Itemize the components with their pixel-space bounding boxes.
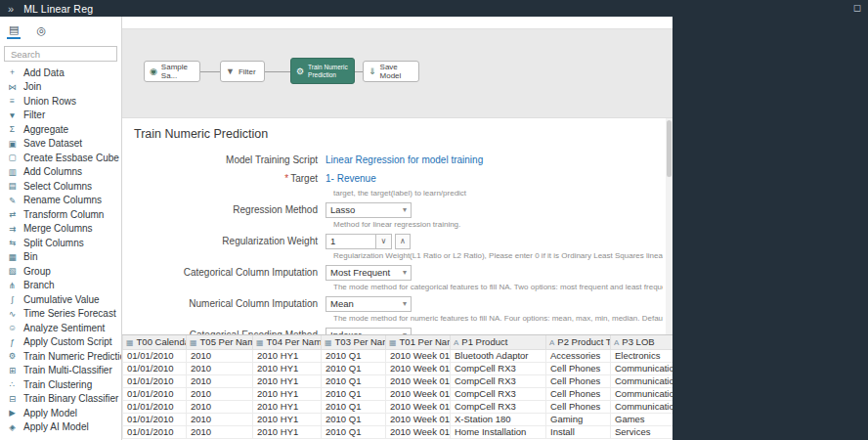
sidebar-item-label: Aggregate — [23, 124, 68, 135]
numerical-column-imputation-select[interactable]: Mean ▾ — [326, 296, 412, 312]
sidebar-item-label: Create Essbase Cube — [23, 153, 119, 163]
preview-tab[interactable]: ◎ — [34, 22, 48, 38]
scrollbar-thumb[interactable] — [667, 120, 672, 177]
sidebar-item[interactable]: ▶ Apply Model — [0, 406, 121, 420]
column-type-icon: ▦ — [126, 338, 134, 347]
sidebar-item[interactable]: ≡ Union Rows — [0, 94, 121, 109]
column-header[interactable]: AP3 LOB — [611, 335, 673, 349]
regularization-weight-input[interactable] — [326, 234, 376, 249]
table-cell: 2010 Q1 — [322, 374, 386, 387]
sidebar-item[interactable]: ⋔ Branch — [0, 279, 121, 293]
table-cell: Services — [611, 425, 673, 438]
spinner-up-button[interactable]: ∧ — [395, 234, 411, 249]
column-type-icon: A — [549, 338, 554, 347]
sidebar-item-icon: ✎ — [7, 196, 18, 205]
table-cell: 2010 HY1 — [253, 387, 322, 400]
regression-method-select[interactable]: Lasso ▾ — [326, 202, 412, 218]
settings-form: Model Training Script Linear Regression … — [122, 152, 663, 334]
window-icon[interactable]: ◻ — [853, 2, 861, 13]
model-training-script-link[interactable]: Linear Regression for model training — [326, 154, 483, 165]
sidebar-item[interactable]: ▧ Group — [0, 264, 121, 279]
outside-window-area — [673, 17, 868, 440]
sidebar-item[interactable]: ▣ Save Dataset — [0, 137, 121, 152]
app-header: » ML Linear Reg ◻ — [0, 0, 868, 17]
table-row: 01/01/2010 2010 2010 HY1 2010 Q1 2010 We… — [123, 374, 673, 387]
table-cell: Accessories — [546, 349, 611, 362]
required-marker: * — [284, 173, 288, 184]
categorical-encoding-method-select[interactable]: Indexer ▾ — [326, 328, 412, 335]
node-train-numeric-prediction[interactable]: ⚙ Train Numeric Prediction — [290, 58, 355, 84]
table-cell: CompCell RX3 — [451, 400, 546, 413]
sidebar-item[interactable]: ƒ Apply Custom Script — [0, 335, 121, 350]
table-cell: CompCell RX3 — [451, 374, 546, 387]
select-value: Lasso — [330, 204, 355, 215]
sidebar-item-icon: ⋔ — [7, 281, 18, 290]
column-header-label: P3 LOB — [622, 336, 654, 347]
table-cell: 2010 HY1 — [253, 413, 322, 425]
sidebar-item[interactable]: ☺ Analyze Sentiment — [0, 321, 121, 335]
field-target: *Target 1- Revenue — [122, 170, 663, 187]
table-cell: CompCell RX3 — [451, 387, 546, 400]
node-save-model[interactable]: ⇓ Save Model — [363, 61, 419, 82]
sidebar-item[interactable]: ⋈ Join — [0, 80, 121, 95]
column-header-label: T03 Per Nam... — [335, 336, 386, 347]
sidebar-item[interactable]: ∴ Train Clustering — [0, 377, 121, 392]
sidebar-item-icon: ⊟ — [7, 394, 18, 404]
table-cell: 2010 — [187, 387, 253, 400]
table-cell: 2010 HY1 — [253, 400, 322, 413]
sidebar-item[interactable]: Σ Aggregate — [0, 122, 121, 137]
sidebar-item[interactable]: ▦ Bin — [0, 250, 121, 265]
sidebar-item[interactable]: ⇆ Split Columns — [0, 236, 121, 250]
field-label: Model Training Script — [122, 154, 326, 165]
sidebar-item[interactable]: + Add Data — [0, 66, 121, 80]
table-cell: Gaming — [546, 413, 611, 425]
target-value-link[interactable]: 1- Revenue — [326, 173, 376, 184]
column-header[interactable]: ▦T03 Per Nam... — [322, 335, 386, 349]
regularization-weight-spinner: ∨ ∧ — [326, 234, 411, 249]
table-cell: 2010 Q1 — [322, 413, 386, 425]
filter-icon: ▼ — [226, 66, 235, 76]
spinner-down-button[interactable]: ∨ — [376, 234, 392, 249]
chevron-down-icon: ▾ — [403, 268, 407, 277]
sidebar-item-label: Apply Custom Script — [23, 336, 112, 347]
sidebar-item-label: Save Dataset — [23, 138, 82, 149]
column-header[interactable]: AP1 Product — [451, 335, 546, 349]
column-header[interactable]: AP2 Product T... — [546, 335, 611, 349]
chevron-down-icon: ▾ — [403, 299, 407, 308]
column-header[interactable]: ▦T00 Calendar ... — [123, 335, 187, 349]
sidebar-item[interactable]: ▢ Create Essbase Cube — [0, 151, 121, 165]
sidebar-item[interactable]: ⊞ Train Multi-Classifier — [0, 364, 121, 378]
categorical-column-imputation-select[interactable]: Most Frequent ▾ — [326, 265, 412, 281]
panel-title: Train Numeric Prediction — [134, 127, 673, 141]
table-cell: 2010 HY1 — [253, 374, 322, 387]
connector-line — [355, 71, 363, 72]
search-input[interactable] — [9, 48, 112, 61]
sidebar-expand-icon[interactable]: » — [8, 3, 14, 15]
sidebar-item[interactable]: ▤ Select Columns — [0, 179, 121, 194]
sidebar-item-label: Add Data — [23, 67, 65, 78]
table-cell: 01/01/2010 — [123, 413, 187, 425]
sidebar-item[interactable]: ⊟ Train Binary Classifier — [0, 392, 121, 407]
column-header[interactable]: ▦T04 Per Nam... — [253, 335, 322, 349]
column-header[interactable]: ▦T01 Per Nam... — [386, 335, 451, 349]
sidebar-item[interactable]: ◈ Apply AI Model — [0, 420, 121, 435]
main-area: ◉ Sample Sa... ▼ Filter ⚙ Train Numeric … — [122, 17, 673, 440]
sidebar-item[interactable]: ⚙ Train Numeric Prediction — [0, 349, 121, 364]
sidebar-item[interactable]: ▼ Filter — [0, 109, 121, 123]
sidebar-item[interactable]: ∿ Time Series Forecast — [0, 307, 121, 322]
sidebar-item[interactable]: ⇄ Transform Column — [0, 207, 121, 222]
column-header[interactable]: ▦T05 Per Nam... — [187, 335, 253, 349]
steps-tab[interactable]: ▤ — [7, 22, 21, 39]
field-label: Regularization Weight — [122, 236, 326, 246]
node-filter[interactable]: ▼ Filter — [220, 61, 265, 82]
field-regression-method: Regression Method Lasso ▾ — [122, 201, 663, 218]
column-type-icon: A — [454, 338, 458, 347]
field-hint: The mode method for categorical features… — [333, 283, 663, 291]
sidebar-item[interactable]: ∫ Cumulative Value — [0, 292, 121, 307]
sidebar-item[interactable]: ⇉ Merge Columns — [0, 222, 121, 237]
sidebar-item[interactable]: ▥ Add Columns — [0, 165, 121, 180]
sidebar-item-icon: ☺ — [7, 323, 18, 332]
node-sample-data[interactable]: ◉ Sample Sa... — [144, 61, 200, 82]
sidebar-item[interactable]: ✎ Rename Columns — [0, 194, 121, 208]
table-cell: Cell Phones — [546, 374, 611, 387]
